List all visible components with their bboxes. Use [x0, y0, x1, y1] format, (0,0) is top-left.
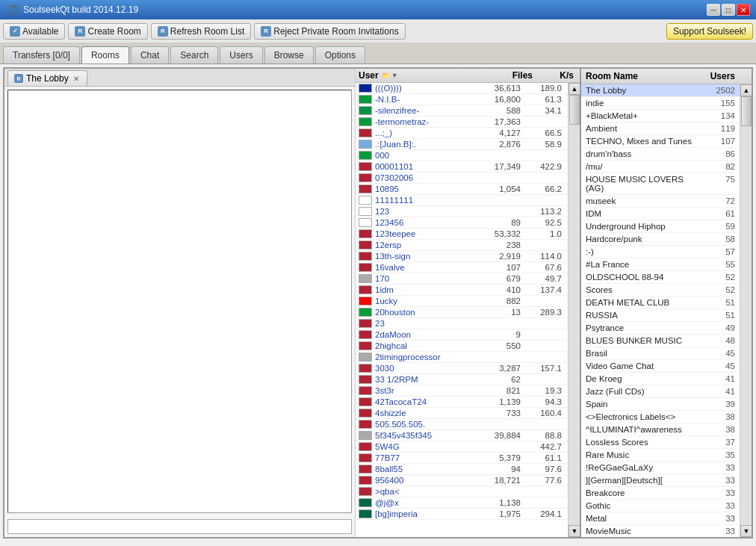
scrollbar-down-button[interactable]: ▼ [568, 525, 580, 537]
room-row[interactable]: Breakcore 33 [581, 487, 740, 500]
user-row[interactable]: -termometraz- 17,363 [356, 117, 568, 128]
user-row[interactable]: 123 113.2 [356, 206, 568, 217]
tab-browse[interactable]: Browse [264, 46, 314, 63]
rooms-scrollbar[interactable]: ▲ ▼ [740, 84, 752, 537]
user-row[interactable]: 07302006 [356, 173, 568, 184]
user-row[interactable]: @j@x 1,138 [356, 497, 568, 509]
tab-rooms[interactable]: Rooms [81, 46, 129, 63]
room-row[interactable]: ^ILLUMINATI^awareness 38 [581, 424, 740, 436]
room-row[interactable]: ][German][Deutsch][ 33 [581, 474, 740, 487]
rooms-scrollbar-track[interactable] [740, 96, 752, 525]
user-row[interactable]: 3st3r 821 19.3 [356, 385, 568, 397]
room-row[interactable]: #La France 55 [581, 258, 740, 271]
user-row[interactable]: 12ersp 238 [356, 240, 568, 251]
minimize-button[interactable]: ─ [707, 4, 720, 16]
user-row[interactable]: 33 1/2RPM 62 [356, 374, 568, 385]
room-row[interactable]: OLDSCHOOL 88-94 52 [581, 271, 740, 284]
room-row[interactable]: The Lobby 2502 [581, 84, 740, 97]
room-row[interactable]: Metal 33 [581, 512, 740, 525]
rooms-scrollbar-up[interactable]: ▲ [740, 84, 752, 96]
user-row[interactable]: 10895 1,054 66.2 [356, 184, 568, 195]
user-row[interactable]: 3030 3,287 157.1 [356, 363, 568, 374]
room-row[interactable]: Underground Hiphop 59 [581, 220, 740, 233]
room-row[interactable]: DEATH METAL CLUB 51 [581, 297, 740, 309]
room-row[interactable]: BLUES BUNKER MUSIC 48 [581, 335, 740, 347]
room-row[interactable]: Spain 39 [581, 398, 740, 411]
room-row[interactable]: !ReGGaeGaLaXy 33 [581, 462, 740, 474]
maximize-button[interactable]: □ [722, 4, 735, 16]
refresh-room-list-button[interactable]: R Refresh Room List [151, 23, 251, 40]
chat-messages[interactable] [7, 90, 352, 513]
user-row[interactable]: 23 [356, 318, 568, 329]
rooms-scrollbar-down[interactable]: ▼ [740, 525, 752, 537]
user-row[interactable]: 1ucky 882 [356, 296, 568, 307]
tab-search[interactable]: Search [170, 46, 218, 63]
room-row[interactable]: MovieMusic 33 [581, 525, 740, 537]
col-ks-header[interactable]: K/s [536, 70, 577, 81]
user-row[interactable]: 77B77 5,379 61.1 [356, 453, 568, 464]
room-row[interactable]: Jazz (Full CDs) 41 [581, 385, 740, 398]
user-row[interactable]: 123teepee 53,332 1.0 [356, 229, 568, 240]
room-row[interactable]: indie 155 [581, 97, 740, 110]
user-row[interactable]: 956400 18,721 77.6 [356, 475, 568, 486]
close-tab-button[interactable]: ✕ [72, 74, 81, 83]
room-row[interactable]: HOUSE MUSIC LOVERS (AG) 75 [581, 173, 740, 195]
room-row[interactable]: Scores 52 [581, 284, 740, 297]
col-user-header[interactable]: User 📁 ▼ [359, 70, 483, 81]
user-row[interactable]: 123456 89 92.5 [356, 217, 568, 229]
scrollbar-thumb[interactable] [569, 95, 580, 125]
room-row[interactable]: IDM 61 [581, 208, 740, 220]
user-row[interactable]: 2timingprocessor [356, 352, 568, 363]
tab-transfers[interactable]: Transfers [0/0] [3, 46, 80, 63]
available-button[interactable]: ✓ Available [3, 23, 65, 40]
user-row[interactable]: 1idm 410 137.4 [356, 285, 568, 296]
tab-users[interactable]: Users [220, 46, 262, 63]
user-row[interactable]: -silenzifree- 588 34.1 [356, 105, 568, 117]
room-row[interactable]: Hardcore/punk 58 [581, 233, 740, 246]
user-row[interactable]: 11111111 [356, 195, 568, 206]
user-row[interactable]: 4shizzle 733 160.4 [356, 408, 568, 419]
rooms-scrollbar-thumb[interactable] [741, 96, 752, 126]
room-row[interactable]: Gothic 33 [581, 500, 740, 512]
user-row[interactable]: 16valve 107 67.6 [356, 262, 568, 273]
user-row[interactable]: [bg]imperia 1,975 294.1 [356, 509, 568, 520]
room-row[interactable]: museek 72 [581, 195, 740, 208]
user-row[interactable]: 13th-sign 2,919 114.0 [356, 251, 568, 262]
user-row[interactable]: ...;_) 4,127 66.5 [356, 128, 568, 139]
room-row[interactable]: TECHNO, Mixes and Tunes 107 [581, 135, 740, 148]
room-row[interactable]: /mu/ 82 [581, 161, 740, 173]
support-button[interactable]: Support Soulseek! [666, 23, 753, 40]
user-row[interactable]: 000 [356, 150, 568, 161]
tab-chat[interactable]: Chat [131, 46, 169, 63]
users-scrollbar[interactable]: ▲ ▼ [568, 83, 580, 537]
user-row[interactable]: (((O)))) 36,613 189.0 [356, 83, 568, 94]
room-row[interactable]: :-) 57 [581, 246, 740, 258]
user-row[interactable]: .:[Juan.B]:. 2,876 58.9 [356, 139, 568, 150]
col-files-header[interactable]: Files [483, 70, 536, 81]
room-row[interactable]: Psytrance 49 [581, 322, 740, 335]
scrollbar-track[interactable] [568, 95, 580, 525]
scrollbar-up-button[interactable]: ▲ [568, 83, 580, 95]
user-row[interactable]: 170 679 49.7 [356, 273, 568, 285]
user-row[interactable]: -N.I.B- 16,800 61.3 [356, 94, 568, 105]
user-row[interactable]: 8ball55 94 97.6 [356, 464, 568, 475]
rooms-scroll[interactable]: The Lobby 2502 indie 155 +BlackMetal+ 13… [581, 84, 740, 537]
create-room-button[interactable]: R Create Room [68, 23, 147, 40]
close-button[interactable]: ✕ [737, 4, 750, 16]
room-row[interactable]: RUSSIA 51 [581, 309, 740, 322]
user-row[interactable]: >qba< [356, 486, 568, 497]
room-row[interactable]: drum'n'bass 86 [581, 148, 740, 161]
room-row[interactable]: Video Game Chat 45 [581, 360, 740, 373]
user-row[interactable]: 2daMoon 9 [356, 329, 568, 341]
room-row[interactable]: <>Electronics Labels<> 38 [581, 411, 740, 424]
user-row[interactable]: 5f345v435f345 39,884 88.8 [356, 430, 568, 441]
chat-input[interactable] [7, 519, 352, 534]
users-scroll[interactable]: (((O)))) 36,613 189.0 -N.I.B- 16,800 61.… [356, 83, 568, 537]
user-row[interactable]: 5W4G 442.7 [356, 441, 568, 453]
room-row[interactable]: Rare Music 35 [581, 449, 740, 462]
room-row[interactable]: Ambient 119 [581, 122, 740, 135]
user-row[interactable]: 00001101 17,349 422.9 [356, 161, 568, 173]
tab-options[interactable]: Options [315, 46, 365, 63]
room-row[interactable]: Brasil 45 [581, 347, 740, 360]
user-row[interactable]: 505.505.505. [356, 419, 568, 430]
